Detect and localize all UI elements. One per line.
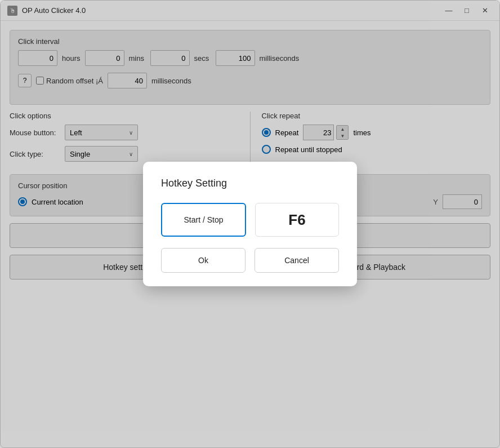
modal-overlay: Hotkey Setting Start / Stop F6 Ok Cancel [1,1,499,447]
cancel-button[interactable]: Cancel [255,248,339,273]
hotkey-display: F6 [255,203,339,237]
main-window: 🖱 OP Auto Clicker 4.0 — □ ✕ Click interv… [0,0,500,448]
hotkey-modal: Hotkey Setting Start / Stop F6 Ok Cancel [143,162,357,286]
ok-button[interactable]: Ok [161,248,245,273]
modal-actions: Ok Cancel [161,248,339,273]
modal-key-row: Start / Stop F6 [161,203,339,237]
modal-title: Hotkey Setting [161,178,339,189]
start-stop-button[interactable]: Start / Stop [161,203,246,237]
